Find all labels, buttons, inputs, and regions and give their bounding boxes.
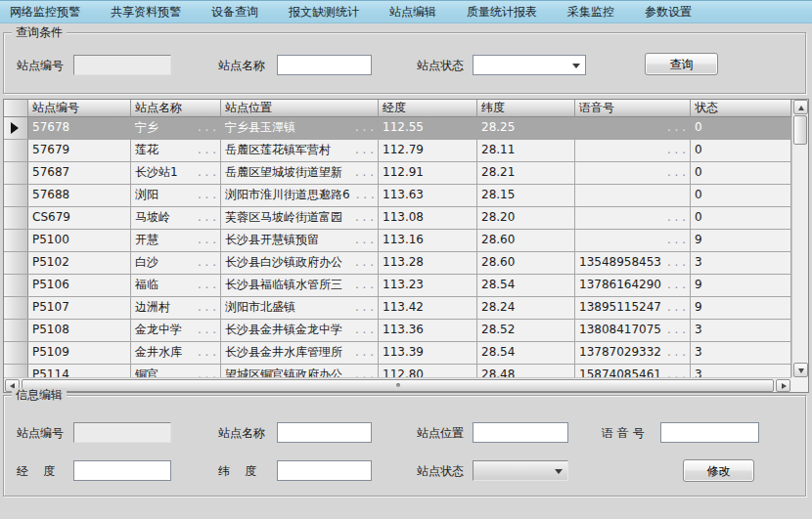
cell-name[interactable]: 金井水库. . . [131,342,221,364]
cell-lat[interactable]: 28.11 [477,140,575,161]
column-header-lon[interactable]: 经度 [379,100,477,117]
table-row[interactable]: 57678宁乡. . .宁乡县玉潭镇. . .112.5528.25. . .0 [4,117,791,140]
column-header-lat[interactable]: 纬度 [477,100,575,117]
cell-voice[interactable]: 13808417075. . . [575,320,691,341]
cell-lon[interactable]: 112.55 [379,117,477,139]
cell-id[interactable]: P5114 [28,365,131,377]
cell-loc[interactable]: 岳麓区望城坡街道望新. . . [221,162,379,184]
cell-voice[interactable]: 15874085461. . . [575,365,691,377]
cell-status[interactable]: 3 [691,320,791,341]
ellipsis-button[interactable]: . . . [198,140,216,161]
ellipsis-button[interactable]: . . . [667,230,686,251]
cell-status[interactable]: 0 [691,117,791,139]
ellipsis-button[interactable]: . . . [667,252,686,274]
cell-lon[interactable]: 113.28 [379,252,477,274]
cell-id[interactable]: 57688 [28,185,131,206]
cell-lat[interactable]: 28.15 [477,185,575,206]
cell-voice[interactable]: . . . [575,117,691,139]
cell-lon[interactable]: 113.63 [379,185,477,206]
cell-voice[interactable]: 13787029332. . . [575,342,691,364]
cell-id[interactable]: 57679 [28,140,131,161]
cell-lat[interactable]: 28.60 [477,252,575,274]
cell-id[interactable]: P5108 [28,320,131,341]
edit-lon-input[interactable] [73,460,171,481]
ellipsis-button[interactable]: . . . [667,320,686,341]
table-row[interactable]: CS679马坡岭. . .芙蓉区马坡岭街道富园. . .113.0828.20.… [4,207,791,230]
ellipsis-button[interactable]: . . . [355,252,374,274]
cell-lat[interactable]: 28.60 [477,230,575,251]
ellipsis-button[interactable]: . . . [667,275,686,296]
ellipsis-button[interactable]: . . . [198,207,216,229]
table-row[interactable]: P5107边洲村. . .浏阳市北盛镇. . .113.4228.2413895… [4,297,791,320]
cell-status[interactable]: 9 [691,230,791,251]
cell-lat[interactable]: 28.48 [477,365,575,377]
ellipsis-button[interactable]: . . . [198,297,216,319]
cell-lon[interactable]: 113.36 [379,320,477,341]
table-row[interactable]: P5100开慧. . .长沙县开慧镇预留. . .113.1628.60. . … [4,230,791,252]
cell-name[interactable]: 白沙. . . [131,252,221,274]
cell-status[interactable]: 0 [691,140,791,161]
cell-id[interactable]: P5109 [28,342,131,364]
menu-item-parameter-settings[interactable]: 参数设置 [645,4,692,21]
row-header[interactable] [4,185,28,206]
cell-id[interactable]: 57687 [28,162,131,184]
cell-loc[interactable]: 长沙县福临镇水管所三. . . [221,275,379,296]
cell-lon[interactable]: 113.23 [379,275,477,296]
ellipsis-button[interactable]: . . . [355,162,374,184]
ellipsis-button[interactable]: . . . [356,185,375,206]
cell-name[interactable]: 宁乡. . . [131,117,221,139]
ellipsis-button[interactable]: . . . [198,117,216,139]
cell-loc[interactable]: 长沙县金井镇金龙中学. . . [221,320,379,341]
cell-id[interactable]: P5107 [28,297,131,319]
table-row[interactable]: P5102白沙. . .长沙县白沙镇政府办公. . .113.2828.6013… [4,252,791,275]
modify-button[interactable]: 修改 [683,459,754,482]
menu-item-station-edit[interactable]: 站点编辑 [389,4,436,21]
cell-lat[interactable]: 28.24 [477,297,575,319]
row-header[interactable] [4,117,28,139]
menu-item-network-monitoring-alert[interactable]: 网络监控预警 [10,4,80,21]
cell-lon[interactable]: 113.08 [379,207,477,229]
cell-status[interactable]: 3 [691,342,791,364]
table-row[interactable]: 57679莲花. . .岳麓区莲花镇军营村. . .112.7928.11. .… [4,140,791,162]
table-row[interactable]: P5108金龙中学. . .长沙县金井镇金龙中学. . .113.3628.52… [4,320,791,342]
ellipsis-button[interactable]: . . . [198,162,216,184]
cell-name[interactable]: 长沙站1. . . [131,162,221,184]
cell-name[interactable]: 马坡岭. . . [131,207,221,229]
column-header-status[interactable]: 状态 [691,100,791,117]
edit-station-id-input[interactable] [73,422,171,443]
ellipsis-button[interactable]: . . . [198,320,216,341]
column-header-id[interactable]: 站点编号 [28,100,131,117]
scroll-right-button[interactable] [776,379,790,392]
search-button[interactable]: 查询 [645,53,718,75]
cell-loc[interactable]: 浏阳市淮川街道思邈路6. . . [221,185,379,206]
ellipsis-button[interactable]: . . . [355,230,374,251]
ellipsis-button[interactable]: . . . [355,297,374,319]
cell-voice[interactable]: 13895115247. . . [575,297,691,319]
vertical-scroll-thumb[interactable] [793,115,807,145]
ellipsis-button[interactable]: . . . [355,365,374,377]
column-header-voice[interactable]: 语音号 [575,100,691,117]
cell-voice[interactable] [575,185,691,206]
edit-lat-input[interactable] [277,460,372,481]
cell-loc[interactable]: 长沙县白沙镇政府办公. . . [221,252,379,274]
menu-item-device-query[interactable]: 设备查询 [211,4,258,21]
ellipsis-button[interactable]: . . . [355,320,374,341]
cell-id[interactable]: 57678 [28,117,131,139]
query-station-id-input[interactable] [73,55,171,75]
edit-station-status-select[interactable] [473,460,568,481]
ellipsis-button[interactable]: . . . [355,207,374,229]
row-header[interactable] [4,252,28,274]
scroll-up-button[interactable] [793,100,808,114]
cell-status[interactable]: 0 [691,162,791,184]
table-row[interactable]: P5114铜官. . .望城区铜官镇政府办公. . .112.8028.4815… [4,365,791,377]
cell-id[interactable]: P5102 [28,252,131,274]
cell-voice[interactable]: . . . [575,230,691,251]
cell-loc[interactable]: 芙蓉区马坡岭街道富园. . . [221,207,379,229]
cell-name[interactable]: 浏阳. . . [131,185,221,206]
row-header[interactable] [4,162,28,184]
ellipsis-button[interactable]: . . . [355,275,374,296]
row-header[interactable] [4,342,28,364]
scroll-down-button[interactable] [793,363,808,377]
cell-lat[interactable]: 28.21 [477,162,575,184]
menu-item-quality-report[interactable]: 质量统计报表 [467,4,537,21]
